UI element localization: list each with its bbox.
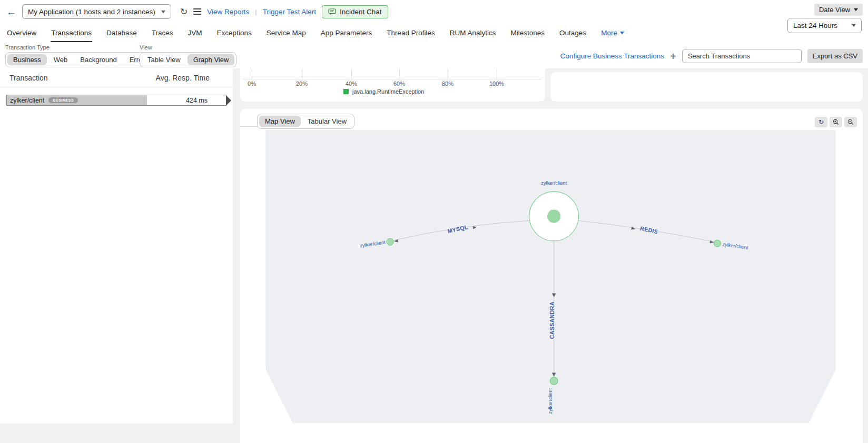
time-range-value: Last 24 Hours: [793, 22, 837, 29]
tab-outages[interactable]: Outages: [559, 23, 587, 42]
gridline: [399, 68, 400, 79]
tab-app-parameters[interactable]: App Parameters: [320, 23, 373, 42]
view-group: View Table View Graph View: [140, 44, 236, 67]
zoom-in-button[interactable]: [830, 117, 842, 127]
nav-tabs: Overview Transactions Database Traces JV…: [0, 23, 868, 42]
exceptions-chart-card: 0% 20% 40% 60% 80% 100% java.lang.Runtim…: [240, 68, 545, 102]
gridline: [448, 68, 448, 79]
reset-zoom-icon: ↻: [818, 118, 824, 126]
legend-label: java.lang.RuntimeException: [352, 88, 424, 95]
application-selector[interactable]: My Application (1 hosts and 2 instances): [22, 4, 171, 19]
refresh-icon[interactable]: ↻: [180, 6, 188, 17]
transactions-panel: Transaction Avg. Resp. Time zylker/clien…: [0, 68, 233, 424]
x-tick-100: 100%: [485, 80, 508, 87]
legend-swatch-icon: [343, 89, 349, 94]
node-right[interactable]: [714, 240, 721, 247]
date-view-label: Date View: [819, 6, 850, 14]
view-reports-link[interactable]: View Reports: [207, 8, 249, 16]
transaction-type-web[interactable]: Web: [48, 54, 74, 65]
application-selector-value: My Application (1 hosts and 2 instances): [28, 8, 155, 16]
map-controls: ↻: [815, 117, 857, 127]
divider: |: [255, 8, 257, 16]
chevron-down-icon: [161, 11, 165, 13]
date-view-button[interactable]: Date View: [814, 4, 863, 16]
tab-overview[interactable]: Overview: [6, 23, 37, 42]
export-csv-button[interactable]: Export as CSV: [807, 49, 863, 63]
row-selected-arrow-icon: [226, 95, 231, 106]
chevron-down-icon: [854, 8, 858, 11]
transaction-type-background[interactable]: Background: [74, 54, 122, 65]
zoom-out-icon: [847, 119, 854, 125]
x-tick-60: 60%: [388, 80, 411, 87]
incident-chat-button[interactable]: Incident Chat: [322, 5, 388, 18]
transactions-table-header: Transaction Avg. Resp. Time: [0, 68, 233, 87]
tab-exceptions[interactable]: Exceptions: [216, 23, 252, 42]
avg-resp-time-value: 424 ms: [186, 97, 208, 104]
map-view-tabs: Map View Tabular View: [257, 114, 354, 129]
tab-milestones[interactable]: Milestones: [510, 23, 546, 42]
time-range-selector[interactable]: Last 24 Hours: [787, 18, 862, 33]
trigger-test-alert-link[interactable]: Trigger Test Alert: [263, 8, 316, 16]
zoom-in-icon: [833, 119, 839, 125]
chat-icon: [328, 8, 336, 15]
service-map-card: Map View Tabular View ↻: [240, 109, 863, 443]
gridline: [351, 68, 352, 79]
tab-jvm[interactable]: JVM: [188, 23, 203, 42]
x-tick-80: 80%: [436, 80, 459, 87]
search-transactions-input[interactable]: [682, 49, 802, 63]
x-axis: [243, 79, 542, 79]
x-tick-20: 20%: [290, 80, 313, 87]
tab-more[interactable]: More: [600, 23, 625, 42]
reset-zoom-button[interactable]: ↻: [815, 117, 827, 127]
node-left[interactable]: [387, 238, 393, 245]
top-bar: ← My Application (1 hosts and 2 instance…: [0, 0, 868, 23]
menu-icon[interactable]: [193, 8, 201, 15]
tab-traces[interactable]: Traces: [151, 23, 174, 42]
zoom-out-button[interactable]: [844, 117, 857, 127]
x-tick-40: 40%: [340, 80, 363, 87]
view-graph-view[interactable]: Graph View: [188, 54, 235, 65]
node-bottom-label: zylker/client: [548, 388, 553, 414]
node-bottom[interactable]: [550, 377, 558, 385]
filter-bar: Transaction Type Business Web Background…: [0, 42, 868, 68]
back-icon[interactable]: ←: [6, 7, 16, 17]
transaction-row[interactable]: zylker/client BUSINESS 424 ms: [6, 95, 226, 106]
filter-actions: Configure Business Transactions + Export…: [560, 49, 863, 63]
tab-database[interactable]: Database: [106, 23, 137, 42]
tab-rum-analytics[interactable]: RUM Analytics: [449, 23, 497, 42]
view-segments: Table View Graph View: [140, 52, 236, 67]
tab-thread-profiles[interactable]: Thread Profiles: [386, 23, 436, 42]
service-map[interactable]: MYSQL REDIS CASSANDRA zylker/client zylk…: [240, 130, 863, 443]
transaction-type-segments: Business Web Background Errors: [5, 52, 156, 67]
node-center-core[interactable]: [547, 209, 560, 223]
transaction-type-business[interactable]: Business: [7, 54, 47, 65]
empty-summary-card: [550, 72, 863, 102]
business-badge: BUSINESS: [48, 97, 78, 103]
transaction-name: zylker/client: [10, 97, 44, 104]
chart-legend[interactable]: java.lang.RuntimeException: [343, 88, 424, 95]
content-area: Transaction Avg. Resp. Time zylker/clien…: [0, 68, 868, 443]
gridline: [252, 68, 252, 79]
gridline: [302, 68, 302, 79]
transaction-type-group: Transaction Type Business Web Background…: [5, 44, 156, 67]
column-transaction: Transaction: [9, 74, 48, 82]
tab-service-map[interactable]: Service Map: [266, 23, 307, 42]
tab-map-view[interactable]: Map View: [259, 116, 301, 127]
column-avg-resp-time: Avg. Resp. Time: [156, 74, 210, 82]
gridline: [497, 68, 497, 79]
view-table-view[interactable]: Table View: [142, 54, 186, 65]
chevron-down-icon: [620, 32, 624, 34]
x-tick-0: 0%: [240, 80, 263, 87]
chevron-down-icon: [852, 24, 856, 27]
transaction-type-label: Transaction Type: [5, 44, 156, 51]
tab-tabular-view[interactable]: Tabular View: [302, 116, 352, 127]
add-icon[interactable]: +: [670, 51, 676, 62]
tab-transactions[interactable]: Transactions: [51, 23, 92, 42]
node-center-label: zylker/client: [541, 180, 567, 186]
tab-more-label: More: [601, 29, 617, 37]
view-label: View: [140, 44, 236, 51]
configure-business-transactions-link[interactable]: Configure Business Transactions: [560, 52, 664, 60]
incident-chat-label: Incident Chat: [340, 8, 382, 16]
edge-label-cassandra: CASSANDRA: [549, 301, 555, 339]
